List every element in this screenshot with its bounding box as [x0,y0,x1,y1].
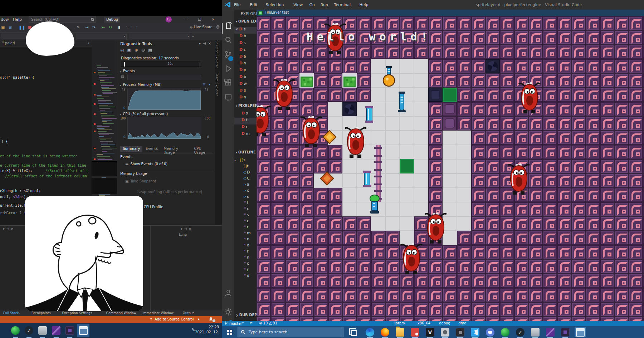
taskbar-search-input[interactable]: Type here to search [238,327,343,337]
events-section-header[interactable]: Events [120,69,135,73]
taskbar-item-file-explorer[interactable] [394,327,406,337]
step-over-icon[interactable]: ↷ [92,25,96,30]
pencil-icon[interactable]: ✎ [77,25,80,30]
show-events-link[interactable]: ▬Show Events (0 of 0) [125,162,167,166]
user-avatar[interactable]: LS [166,16,172,23]
tab-solution-explorer[interactable]: Solution Explorer [215,40,219,68]
taskbar-item-app-gray[interactable] [36,324,49,337]
taskbar-item-edge[interactable] [364,327,376,337]
tab-team-explorer[interactable]: Team Explorer [215,73,219,96]
diag-tab-cpu-usage[interactable]: CPU Usage [191,146,215,152]
taskbar-clock[interactable]: 22:23 2021. 02. 12. [195,325,219,335]
panel-tab-breakpoints[interactable]: Breakpoints [31,311,51,315]
take-snapshot-button[interactable]: ▣Take Snapshot [125,179,156,183]
menu-view[interactable]: View [293,3,303,7]
pause-icon[interactable]: ❚❚ [19,25,25,30]
taskbar-item-app-wolf[interactable]: V [424,327,436,337]
taskbar-item-visual-studio[interactable] [50,324,62,337]
minimize-button[interactable]: — [182,16,190,23]
restore-button[interactable]: ❐ [195,16,204,23]
bookmark-icon[interactable]: ▮ [118,25,120,30]
taskbar-item-app-blue[interactable] [484,327,496,337]
menu-run[interactable]: Run [321,3,328,7]
frame3-icon[interactable]: ³ [136,25,137,30]
minimap-viewport[interactable] [92,161,117,176]
status-library[interactable]: library [394,321,405,325]
restart-icon[interactable]: ↻ [109,25,112,30]
taskbar-item-app-red[interactable] [409,327,421,337]
task-view-button[interactable] [348,327,359,337]
source-control-icon[interactable] [224,50,233,59]
search-icon[interactable] [224,36,233,44]
taskbar-item-app-darkpurple[interactable] [560,327,571,337]
start-button[interactable] [222,326,238,338]
folder-icon[interactable]: ▣ [1,25,5,30]
menu-go[interactable]: Go [309,3,315,7]
diag-tool-icon-0[interactable]: ◎ [120,48,127,53]
step-into-icon[interactable]: ⇥ [85,25,88,30]
game-viewport[interactable]: Hello world! [257,16,644,321]
status-branch[interactable]: master* [225,321,244,325]
taskbar-item-visual-studio[interactable] [545,327,556,337]
diag-tab-summary[interactable]: Summary [120,146,142,152]
feedback-icon[interactable]: ☺ [216,25,220,29]
diag-tab-events[interactable]: Events [143,146,160,152]
callstack-lang-column[interactable]: Lang [179,233,187,236]
solution-config-dropdown[interactable]: Debug [104,17,120,23]
taskbar-item-vscode[interactable] [469,327,481,337]
settings-gear-icon[interactable] [224,308,233,316]
search-input[interactable]: Search (Ctrl+Q) [29,16,96,23]
menu-selection[interactable]: Selection [266,3,284,7]
account-icon[interactable] [224,289,233,297]
menu-help[interactable]: Help [13,17,22,22]
live-share-button[interactable]: ⎆ Live Share [190,25,213,29]
callstack-pane-buttons[interactable]: ▾⊣✕ [181,227,193,231]
timeline-cursor[interactable] [124,62,125,67]
menu-edit[interactable]: Edit [250,3,257,7]
panel-tab-output[interactable]: Output [183,311,194,315]
taskbar-item-active-window[interactable] [77,324,89,337]
menu-terminal[interactable]: Terminal [334,3,351,7]
status-sync[interactable]: ⟳ [250,321,253,325]
add-to-source-control-button[interactable]: Add to Source Control [155,317,194,321]
taskbar-item-app-green[interactable] [499,327,511,337]
diag-tool-icon-3[interactable]: ⊖ [141,48,148,53]
taskbar-item-app-photos[interactable] [439,327,451,337]
diag-tool-icon-2[interactable]: ⊕ [135,48,141,53]
pane-divider[interactable] [150,226,151,311]
panel-tab-exception-settings[interactable]: Exception Settings [62,311,92,315]
panel-tab-immediate-window[interactable]: Immediate Window [142,311,174,315]
taskbar-item-app-green[interactable] [9,324,21,337]
memory-section-header[interactable]: Process Memory (MB) [120,83,162,87]
diag-tab-memory-usage[interactable]: Memory Usage [161,146,191,152]
scm-caret-icon[interactable]: ▴ [198,317,199,320]
taskbar-item-app-dark[interactable] [454,327,466,337]
menu-help[interactable]: Help [359,3,368,7]
status-debug[interactable]: debug [439,321,450,325]
thread-dropdown[interactable]: ▾ [77,34,127,39]
status-x86_64[interactable]: x86_64 [418,321,430,325]
taskbar-item-active-window[interactable] [575,327,586,337]
run-debug-icon[interactable] [224,64,233,73]
taskbar-item-app-check[interactable]: ✓ [23,324,35,337]
taskbar-item-app-gray[interactable] [530,327,541,337]
files-icon[interactable] [224,21,233,30]
extensions-icon[interactable] [224,79,233,87]
diagnostics-toolbar[interactable]: ◎▣⊕⊖▤ [120,48,155,53]
overflow-icon[interactable]: ≡ [192,35,194,38]
status-problems[interactable]: ⊗ 19 △ 91 [259,321,277,325]
cpu-section-header[interactable]: CPU (% of all processors) [120,112,168,116]
stackframe-dropdown[interactable]: ▾ [129,34,190,39]
section-outline[interactable]: ▾OUTLINE [236,150,256,154]
diag-tool-icon-4[interactable]: ▤ [148,48,155,53]
menu-file[interactable]: File [234,3,240,7]
minimap-viewport[interactable] [92,178,117,194]
panel-tab-command-window[interactable]: Command Window [106,311,137,315]
memory-caret-icon[interactable]: ▾ [209,83,210,86]
menu-window[interactable]: dow [1,17,9,22]
close-button[interactable]: ✕ [209,16,218,23]
pen-workspace-icon[interactable]: ✎ [191,327,195,332]
taskbar-item-firefox[interactable] [379,327,391,337]
step-out-icon[interactable]: ⇤ [102,25,105,30]
panel-tab-call-stack[interactable]: Call Stack [3,311,19,315]
